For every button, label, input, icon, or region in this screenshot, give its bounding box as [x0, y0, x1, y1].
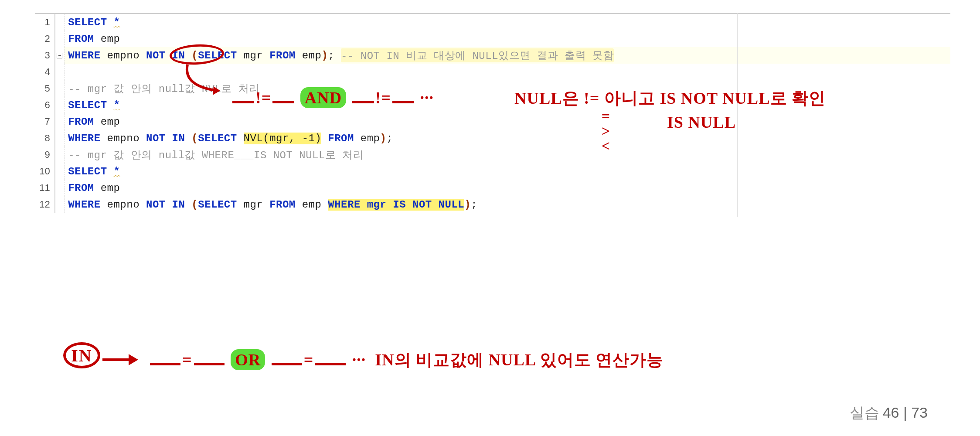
line-number: 5 — [35, 80, 55, 97]
fold-gutter — [55, 97, 65, 113]
code-content[interactable]: SELECT * — [65, 163, 950, 180]
fold-gutter — [55, 14, 65, 31]
code-content[interactable]: WHERE empno NOT IN (SELECT mgr FROM emp … — [65, 196, 950, 213]
fold-gutter — [55, 163, 65, 180]
code-line[interactable]: 12 WHERE empno NOT IN (SELECT mgr FROM e… — [35, 196, 950, 213]
line-number: 9 — [35, 146, 55, 163]
line-number: 7 — [35, 113, 55, 130]
line-number: 10 — [35, 163, 55, 180]
code-content[interactable]: WHERE empno NOT IN (SELECT NVL(mgr, -1) … — [65, 130, 950, 146]
keyword-from: FROM — [68, 182, 94, 194]
line-number: 3 — [35, 47, 55, 64]
footer-label: 실습 — [850, 404, 879, 421]
fold-gutter — [55, 113, 65, 130]
hand-annotation-notin-expand: != AND != ··· — [231, 87, 434, 108]
code-editor[interactable]: 1 SELECT * 2 FROM emp 3 − WHERE empno NO… — [35, 13, 950, 213]
fold-gutter — [55, 64, 65, 80]
code-content[interactable]: FROM emp — [65, 113, 950, 130]
code-line[interactable]: 2 FROM emp — [35, 31, 950, 47]
fold-gutter[interactable]: − — [55, 47, 65, 64]
keyword-not-in: NOT IN — [146, 199, 185, 211]
line-number: 4 — [35, 64, 55, 80]
keyword-select: SELECT — [68, 17, 107, 28]
hand-circle-in: IN — [63, 342, 100, 368]
code-content[interactable]: SELECT * — [65, 14, 950, 31]
code-line[interactable]: 1 SELECT * — [35, 14, 950, 31]
hand-annotation-null-isnotnull: NULL은 != 아니고 IS NOT NULL로 확인 — [514, 87, 826, 109]
keyword-where: WHERE — [68, 133, 101, 144]
keyword-from: FROM — [68, 116, 94, 128]
star-icon: * — [113, 17, 120, 28]
line-number: 6 — [35, 97, 55, 113]
keyword-select: SELECT — [68, 99, 107, 111]
keyword-from: FROM — [68, 33, 94, 45]
code-line[interactable]: 4 — [35, 64, 950, 80]
code-content[interactable]: -- mgr 값 안의 null값 WHERE___IS NOT NULL로 처… — [65, 146, 950, 163]
hand-annotation-operators: = > < — [597, 109, 615, 153]
hand-annotation-in-expand: = OR = ··· IN의 비교값에 NULL 있어도 연산가능 — [148, 349, 664, 371]
code-comment: -- NOT IN 비교 대상에 NULL있으면 결과 출력 못함 — [341, 48, 614, 62]
code-line[interactable]: 10 SELECT * — [35, 163, 950, 180]
highlight-where-isnotnull: WHERE mgr IS NOT NULL — [328, 199, 464, 211]
fold-gutter — [55, 80, 65, 97]
code-content[interactable]: FROM emp — [65, 180, 950, 196]
hand-and-badge: AND — [300, 87, 346, 108]
line-number: 11 — [35, 180, 55, 196]
fold-gutter — [55, 31, 65, 47]
fold-gutter — [55, 180, 65, 196]
editor-ruler — [737, 13, 738, 217]
star-icon: * — [113, 99, 120, 111]
star-icon: * — [113, 166, 120, 177]
footer-pagenum: 46 | 73 — [883, 404, 928, 421]
highlight-nvl: NVL(mgr, -1) — [244, 133, 322, 144]
fold-gutter — [55, 130, 65, 146]
line-number: 12 — [35, 196, 55, 213]
hand-annotation-isnull: IS NULL — [667, 112, 736, 132]
line-number: 1 — [35, 14, 55, 31]
code-line[interactable]: 11 FROM emp — [35, 180, 950, 196]
code-line[interactable]: 8 WHERE empno NOT IN (SELECT NVL(mgr, -1… — [35, 130, 950, 146]
hand-arrow-icon — [102, 349, 142, 373]
code-line[interactable]: 9 -- mgr 값 안의 null값 WHERE___IS NOT NULL로… — [35, 146, 950, 163]
hand-or-badge: OR — [231, 349, 265, 370]
code-line[interactable]: 7 FROM emp — [35, 113, 950, 130]
keyword-not-in: NOT IN — [146, 133, 185, 144]
line-number: 8 — [35, 130, 55, 146]
page-footer: 실습46 | 73 — [850, 403, 928, 423]
keyword-where: WHERE — [68, 50, 101, 61]
fold-gutter — [55, 146, 65, 163]
line-number: 2 — [35, 31, 55, 47]
hand-arrow-icon — [179, 65, 231, 102]
keyword-select: SELECT — [68, 166, 107, 177]
fold-minus-icon[interactable]: − — [57, 53, 62, 58]
code-comment: -- mgr 값 안의 null값 WHERE___IS NOT NULL로 처… — [68, 148, 364, 162]
keyword-where: WHERE — [68, 199, 101, 211]
fold-gutter — [55, 196, 65, 213]
